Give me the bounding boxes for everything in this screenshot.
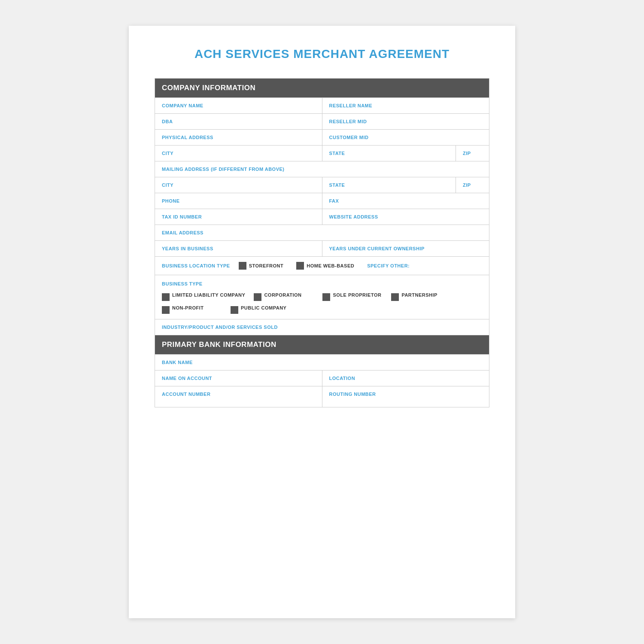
corporation-label: CORPORATION <box>264 292 301 298</box>
business-location-type-label: BUSINESS LOCATION TYPE <box>162 263 230 268</box>
business-type-row: BUSINESS TYPE LIMITED LIABILITY COMPANY … <box>155 275 489 319</box>
llc-option: LIMITED LIABILITY COMPANY <box>162 292 245 301</box>
name-on-account-row: NAME ON ACCOUNT LOCATION <box>155 371 489 386</box>
form-table: COMPANY INFORMATION COMPANY NAME RESELLE… <box>155 78 489 407</box>
mailing-address-row: MAILING ADDRESS (IF DIFFERENT FROM ABOVE… <box>155 161 489 177</box>
home-web-based-option: HOME WEB-BASED <box>296 262 354 270</box>
home-web-based-label: HOME WEB-BASED <box>307 263 354 268</box>
partnership-checkbox[interactable] <box>391 293 399 301</box>
website-label: WEBSITE ADDRESS <box>329 214 483 219</box>
company-name-row: COMPANY NAME RESELLER NAME <box>155 98 489 114</box>
routing-number-label: ROUTING NUMBER <box>329 392 483 397</box>
business-type-label: BUSINESS TYPE <box>162 280 203 286</box>
sole-proprietor-label: SOLE PROPRIETOR <box>333 292 381 298</box>
corporation-checkbox[interactable] <box>254 293 261 301</box>
storefront-label: STOREFRONT <box>249 263 284 268</box>
industry-row: INDUSTRY/PRODUCT AND/OR SERVICES SOLD <box>155 319 489 335</box>
company-header-label: COMPANY INFORMATION <box>162 84 255 92</box>
email-row: EMAIL ADDRESS <box>155 225 489 241</box>
city1-label: CITY <box>162 151 315 156</box>
phone-label: PHONE <box>162 198 315 204</box>
dba-row: DBA RESELLER MID <box>155 114 489 130</box>
reseller-mid-label: RESELLER MID <box>329 119 483 124</box>
state2-label: STATE <box>329 182 449 188</box>
dba-label: DBA <box>162 119 315 124</box>
sole-proprietor-checkbox[interactable] <box>322 293 330 301</box>
non-profit-label: NON-PROFIT <box>172 305 204 310</box>
mailing-address-label: MAILING ADDRESS (IF DIFFERENT FROM ABOVE… <box>162 167 482 172</box>
sole-proprietor-option: SOLE PROPRIETOR <box>322 292 383 301</box>
public-company-checkbox[interactable] <box>231 306 238 314</box>
zip1-label: ZIP <box>463 151 482 156</box>
city-state-zip-row-2: CITY STATE ZIP <box>155 177 489 193</box>
email-label: EMAIL ADDRESS <box>162 230 482 235</box>
public-company-label: PUBLIC COMPANY <box>241 305 286 310</box>
non-profit-checkbox[interactable] <box>162 306 170 314</box>
home-web-based-checkbox[interactable] <box>296 262 304 270</box>
corporation-option: CORPORATION <box>254 292 314 301</box>
physical-address-label: PHYSICAL ADDRESS <box>162 135 315 140</box>
company-name-label: COMPANY NAME <box>162 103 315 108</box>
tax-id-label: TAX ID NUMBER <box>162 214 315 219</box>
storefront-checkbox[interactable] <box>239 262 246 270</box>
page-container: ACH SERVICES MERCHANT AGREEMENT COMPANY … <box>129 26 515 618</box>
bank-header-label: PRIMARY BANK INFORMATION <box>162 340 276 349</box>
specify-other-label: SPECIFY OTHER: <box>367 263 410 268</box>
years-in-business-label: YEARS IN BUSINESS <box>162 246 315 251</box>
phone-fax-row: PHONE FAX <box>155 193 489 209</box>
llc-checkbox[interactable] <box>162 293 170 301</box>
years-under-ownership-label: YEARS UNDER CURRENT OWNERSHIP <box>329 246 483 251</box>
business-location-type-container: BUSINESS LOCATION TYPE STOREFRONT HOME W… <box>162 262 482 270</box>
location-label: LOCATION <box>329 376 483 381</box>
account-number-label: ACCOUNT NUMBER <box>162 392 315 397</box>
name-on-account-label: NAME ON ACCOUNT <box>162 376 315 381</box>
taxid-website-row: TAX ID NUMBER WEBSITE ADDRESS <box>155 209 489 225</box>
bank-section-header: PRIMARY BANK INFORMATION <box>155 335 489 355</box>
account-routing-row: ACCOUNT NUMBER ROUTING NUMBER <box>155 386 489 407</box>
reseller-name-label: RESELLER NAME <box>329 103 483 108</box>
customer-mid-label: CUSTOMER MID <box>329 135 483 140</box>
non-profit-option: NON-PROFIT <box>162 305 222 314</box>
state1-label: STATE <box>329 151 449 156</box>
public-company-option: PUBLIC COMPANY <box>231 305 291 314</box>
partnership-label: PARTNERSHIP <box>401 292 437 298</box>
business-location-row: BUSINESS LOCATION TYPE STOREFRONT HOME W… <box>155 257 489 275</box>
zip2-label: ZIP <box>463 182 482 188</box>
llc-label: LIMITED LIABILITY COMPANY <box>172 292 245 298</box>
fax-label: FAX <box>329 198 483 204</box>
industry-label: INDUSTRY/PRODUCT AND/OR SERVICES SOLD <box>162 325 482 330</box>
physical-address-row: PHYSICAL ADDRESS CUSTOMER MID <box>155 130 489 146</box>
city2-label: CITY <box>162 182 315 188</box>
storefront-option: STOREFRONT <box>239 262 284 270</box>
company-section-header: COMPANY INFORMATION <box>155 79 489 98</box>
bank-name-row: BANK NAME <box>155 355 489 371</box>
page-title: ACH SERVICES MERCHANT AGREEMENT <box>155 47 489 61</box>
years-row: YEARS IN BUSINESS YEARS UNDER CURRENT OW… <box>155 241 489 257</box>
city-state-zip-row-1: CITY STATE ZIP <box>155 146 489 161</box>
bank-name-label: BANK NAME <box>162 360 482 365</box>
partnership-option: PARTNERSHIP <box>391 292 451 301</box>
